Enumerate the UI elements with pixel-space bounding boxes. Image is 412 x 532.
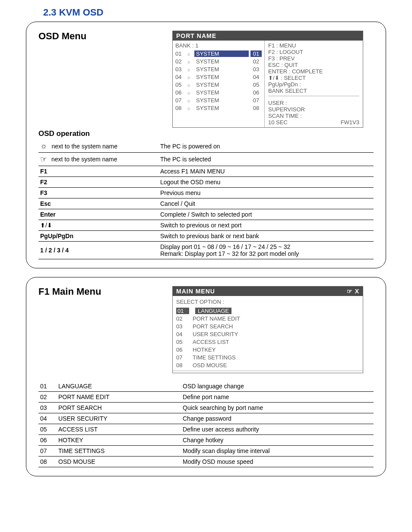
option-name: USER SECURITY <box>193 331 238 337</box>
option-name: HOTKEY <box>193 346 216 353</box>
menu-option[interactable]: 02PORT NAME EDIT <box>176 315 359 322</box>
table-row: 04USER SECURITYChange password <box>38 413 374 424</box>
scan-value: 10 SEC <box>268 119 288 126</box>
port-row[interactable]: 02SYSTEM02 <box>175 57 262 65</box>
legend-key: Esc <box>38 198 158 209</box>
legend-desc: Complete / Switch to selected port <box>158 209 374 220</box>
port-name: SYSTEM <box>194 58 249 65</box>
osd-operation-title: OSD operation <box>38 129 374 138</box>
option-desc: Change password <box>181 413 374 424</box>
power-icon <box>187 97 193 104</box>
table-row: next to the system nameThe PC is selecte… <box>38 153 374 166</box>
table-row: 03PORT SEARCHQuick searching by port nam… <box>38 403 374 413</box>
option-desc: Define port name <box>181 392 374 403</box>
osd-header-text: PORT NAME <box>176 32 216 39</box>
menu-option[interactable]: 01LANGUAGE <box>176 307 359 315</box>
port-row[interactable]: 04SYSTEM04 <box>175 73 262 81</box>
option-number: 05 <box>38 424 57 435</box>
port-name: SYSTEM <box>194 74 249 80</box>
port-index: 03 <box>175 66 185 72</box>
option-name: PORT NAME EDIT <box>193 315 240 322</box>
option-number: 07 <box>38 446 57 456</box>
help-line: BANK SELECT <box>268 88 359 94</box>
option-name: LANGUAGE <box>57 381 181 392</box>
port-number: 01 <box>250 50 262 57</box>
table-row: Switch to previous or next port <box>38 220 374 231</box>
option-desc: Modify OSD mouse speed <box>181 456 374 467</box>
legend-desc: Cancel / Quit <box>158 198 374 209</box>
power-icon <box>187 58 193 65</box>
port-row[interactable]: 06SYSTEM06 <box>175 88 262 96</box>
port-row[interactable]: 01SYSTEM01 <box>175 50 262 57</box>
help-line: F2 : LOGOUT <box>268 49 359 55</box>
legend-desc: Display port 01 ~ 08 / 09 ~ 16 / 17 ~ 24… <box>158 242 374 259</box>
menu-option[interactable]: 04USER SECURITY <box>176 330 359 338</box>
port-number: 03 <box>250 66 262 72</box>
table-row: F3Previous menu <box>38 188 374 198</box>
legend-key: 1 / 2 / 3 / 4 <box>38 242 158 259</box>
option-name: ACCESS LIST <box>57 424 181 435</box>
menu-option[interactable]: 06HOTKEY <box>176 346 359 353</box>
legend-key: Enter <box>38 209 158 220</box>
select-option-label: SELECT OPTION : <box>176 299 359 305</box>
option-name: OSD MOUSE <box>57 456 181 467</box>
port-name: SYSTEM <box>194 50 249 57</box>
option-name: PORT SEARCH <box>193 323 233 330</box>
main-menu-screen: MAIN MENU ☞ X SELECT OPTION : 01LANGUAGE… <box>172 286 363 373</box>
menu-option[interactable]: 07TIME SETTINGS <box>176 353 359 361</box>
port-row[interactable]: 08SYSTEM08 <box>175 104 262 112</box>
help-line: F3 : PREV <box>268 55 359 62</box>
port-index: 02 <box>175 58 185 65</box>
legend-key: F3 <box>38 188 158 198</box>
port-row[interactable]: 03SYSTEM03 <box>175 65 262 73</box>
f1-main-menu-panel: F1 Main Menu MAIN MENU ☞ X SELECT OPTION… <box>26 277 386 476</box>
table-row: 02PORT NAME EDITDefine port name <box>38 392 374 403</box>
option-number: 01 <box>176 308 189 314</box>
help-line: ESC : QUIT <box>268 62 359 68</box>
user-value: SUPERVISOR <box>268 106 359 113</box>
legend-key: F1 <box>38 166 158 177</box>
table-row: PgUp/PgDnSwitch to previous bank or next… <box>38 231 374 242</box>
help-line: ⬆/⬇ : SELECT <box>268 75 359 81</box>
legend-key: next to the system name <box>51 156 117 163</box>
arrows-icon <box>40 222 52 229</box>
table-row: 08OSD MOUSEModify OSD mouse speed <box>38 456 374 467</box>
port-name: SYSTEM <box>194 82 249 88</box>
osd-help-box: F1 : MENUF2 : LOGOUTF3 : PREVESC : QUITE… <box>268 42 359 96</box>
port-row[interactable]: 05SYSTEM05 <box>175 81 262 88</box>
table-row: next to the system nameThe PC is powered… <box>38 140 374 153</box>
menu-option[interactable]: 08OSD MOUSE <box>176 361 359 369</box>
menu-option[interactable]: 03PORT SEARCH <box>176 322 359 330</box>
hand-icon <box>40 154 47 164</box>
legend-desc: Logout the OSD menu <box>158 177 374 188</box>
option-desc: Define user access authority <box>181 424 374 435</box>
option-desc: OSD language change <box>181 381 374 392</box>
option-number: 03 <box>176 323 187 330</box>
option-number: 03 <box>38 403 57 413</box>
port-index: 04 <box>175 74 185 80</box>
bank-label: BANK : 1 <box>175 42 262 49</box>
port-name: SYSTEM <box>194 66 249 72</box>
port-number: 02 <box>250 58 262 65</box>
port-index: 08 <box>175 105 185 111</box>
port-number: 07 <box>250 97 262 104</box>
f1-main-menu-title: F1 Main Menu <box>38 286 159 297</box>
table-row: 06HOTKEYChange hotkey <box>38 435 374 446</box>
close-icon[interactable]: ☞ X <box>347 288 359 295</box>
menu-option[interactable]: 05ACCESS LIST <box>176 338 359 346</box>
legend-key: PgUp/PgDn <box>38 231 158 242</box>
option-number: 08 <box>38 456 57 467</box>
legend-key: F2 <box>38 177 158 188</box>
port-name: SYSTEM <box>194 89 249 96</box>
port-index: 01 <box>175 50 185 57</box>
table-row: 07TIME SETTINGSModify scan display time … <box>38 446 374 456</box>
port-number: 06 <box>250 89 262 96</box>
port-number: 08 <box>250 105 262 111</box>
port-row[interactable]: 07SYSTEM07 <box>175 96 262 104</box>
port-index: 05 <box>175 82 185 88</box>
option-desc: Modify scan display time interval <box>181 446 374 456</box>
port-name: SYSTEM <box>194 97 249 104</box>
scan-label: SCAN TIME : <box>268 113 359 119</box>
legend-desc: Switch to previous bank or next bank <box>158 231 374 242</box>
osd-status-box: USER : SUPERVISOR SCAN TIME : 10 SEC FW1… <box>268 100 359 126</box>
